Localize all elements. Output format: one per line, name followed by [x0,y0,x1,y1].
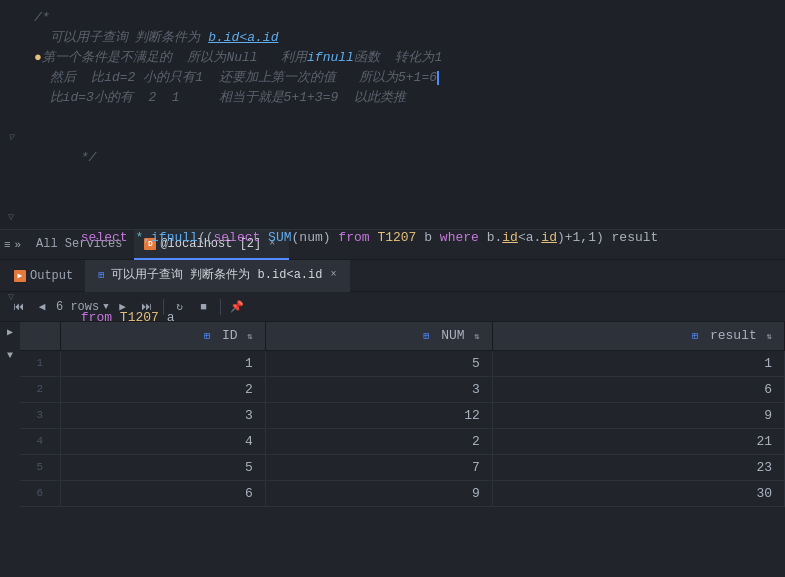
num-cell: 2 [265,428,492,454]
table-row[interactable]: 4 4 2 21 [20,428,785,454]
line-content: ●第一个条件是不满足的 所以为Null 利用ifnull函数 转化为1 [30,48,785,68]
result-cell: 21 [492,428,784,454]
code-line: 可以用子查询 判断条件为 b.id<a.id [0,28,785,48]
table-row[interactable]: 5 5 7 23 [20,454,785,480]
line-content: 可以用子查询 判断条件为 b.id<a.id [30,28,785,48]
code-line: ▽ select *,ifnull((select SUM(num) from … [0,188,785,268]
code-line: /* [0,8,785,28]
left-gutter: ▶ ▼ [0,322,20,577]
num-cell: 12 [265,402,492,428]
line-content: ▽ from T1207 a [30,268,785,348]
line-content: /* [30,8,785,28]
num-cell: 9 [265,480,492,506]
fold-icon: ▽ [8,128,14,148]
line-content: ▽ select *,ifnull((select SUM(num) from … [30,188,785,268]
panel-row: ▶ ▼ ⊞ ID ⇅ ⊞ NUM ⇅ [0,322,785,577]
editor-area: /* 可以用子查询 判断条件为 b.id<a.id ●第一个条件是不满足的 所以… [0,0,785,230]
line-content: 然后 比id=2 小的只有1 还要加上第一次的值 所以为5+1=6 [30,68,785,88]
row-num-cell: 2 [20,376,60,402]
id-cell: 3 [60,402,265,428]
table-row[interactable]: 2 2 3 6 [20,376,785,402]
id-cell: 6 [60,480,265,506]
id-cell: 2 [60,376,265,402]
row-num-cell: 3 [20,402,60,428]
bulb-icon: ● [34,50,42,65]
result-cell: 9 [492,402,784,428]
table-row[interactable]: 1 1 5 1 [20,350,785,376]
table-body: 1 1 5 1 2 2 3 6 3 3 12 9 4 4 2 21 5 5 7 … [20,350,785,506]
num-cell: 3 [265,376,492,402]
result-cell: 6 [492,376,784,402]
id-cell: 4 [60,428,265,454]
id-cell: 1 [60,350,265,376]
cursor [437,71,439,85]
result-cell: 1 [492,350,784,376]
row-num-cell: 4 [20,428,60,454]
code-line: 比id=3小的有 2 1 相当于就是5+1+3=9 以此类推 [0,88,785,108]
fold-icon2: ▽ [8,208,14,228]
line-content: 比id=3小的有 2 1 相当于就是5+1+3=9 以此类推 [30,88,785,108]
code-line: 然后 比id=2 小的只有1 还要加上第一次的值 所以为5+1=6 [0,68,785,88]
code-line: ▽ */ [0,108,785,188]
results-table: ⊞ ID ⇅ ⊞ NUM ⇅ ⊞ result ⇅ [20,322,785,507]
code-line: ●第一个条件是不满足的 所以为Null 利用ifnull函数 转化为1 [0,48,785,68]
row-num-cell: 5 [20,454,60,480]
result-cell: 30 [492,480,784,506]
line-content: ▽ */ [30,108,785,188]
num-cell: 7 [265,454,492,480]
id-cell: 5 [60,454,265,480]
table-row[interactable]: 3 3 12 9 [20,402,785,428]
code-line: ▽ from T1207 a [0,268,785,348]
row-num-cell: 1 [20,350,60,376]
fold-icon3: ▽ [8,288,14,308]
collapse-arrow-mid[interactable]: ▼ [7,350,13,361]
table-container[interactable]: ⊞ ID ⇅ ⊞ NUM ⇅ ⊞ result ⇅ [20,322,785,577]
result-cell: 23 [492,454,784,480]
num-cell: 5 [265,350,492,376]
row-num-cell: 6 [20,480,60,506]
table-row[interactable]: 6 6 9 30 [20,480,785,506]
